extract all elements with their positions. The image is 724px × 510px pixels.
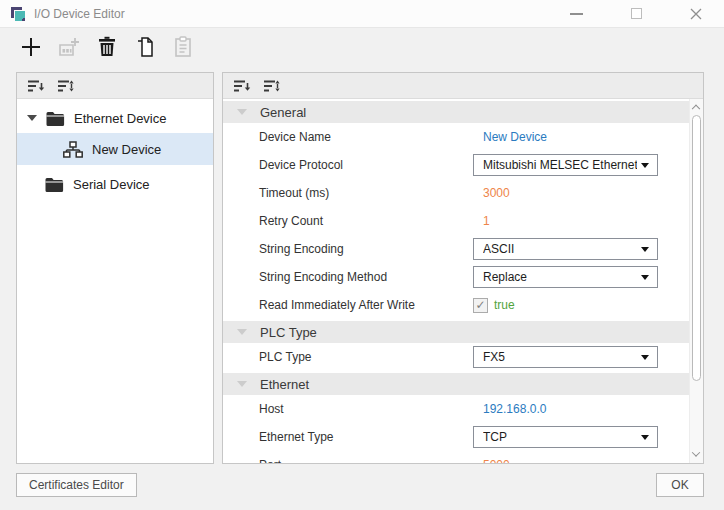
collapse-all-icon[interactable]	[233, 79, 251, 93]
device-tree-panel: Ethernet Device New Device Serial Devi	[16, 72, 214, 464]
paste-device-button	[170, 34, 196, 60]
property-label: Read Immediately After Write	[259, 298, 415, 312]
retry-count-value[interactable]: 1	[483, 214, 490, 228]
dropdown-arrow-icon	[641, 435, 649, 440]
checkbox-label: true	[494, 298, 515, 312]
dropdown-arrow-icon	[641, 247, 649, 252]
dropdown-value: FX5	[483, 350, 505, 364]
collapse-all-icon[interactable]	[27, 79, 45, 93]
tree-item-ethernet-device[interactable]: Ethernet Device	[17, 103, 213, 133]
property-row-read-immediately: Read Immediately After Write ✓ true	[223, 291, 689, 319]
property-row-ethernet-type: Ethernet Type TCP	[223, 423, 689, 451]
section-title: Ethernet	[260, 377, 309, 392]
read-immediately-checkbox-wrap: ✓ true	[473, 298, 515, 313]
property-grid: General Device Name New Device Device Pr…	[223, 99, 689, 464]
property-label: String Encoding Method	[259, 270, 387, 284]
maximize-button[interactable]	[626, 4, 646, 24]
property-row-port: Port 5000	[223, 451, 689, 464]
section-general[interactable]: General	[223, 101, 689, 123]
section-chevron-icon	[237, 381, 247, 387]
property-panel: General Device Name New Device Device Pr…	[222, 72, 704, 464]
property-label: PLC Type	[259, 350, 311, 364]
section-chevron-icon	[237, 329, 247, 335]
property-row-device-protocol: Device Protocol Mitsubishi MELSEC Ethern…	[223, 151, 689, 179]
host-value[interactable]: 192.168.0.0	[483, 402, 546, 416]
expand-all-icon[interactable]	[57, 79, 75, 93]
tree-item-label: New Device	[92, 142, 161, 157]
property-row-string-encoding-method: String Encoding Method Replace	[223, 263, 689, 291]
device-tree: Ethernet Device New Device Serial Devi	[17, 99, 213, 199]
add-group-button	[56, 34, 82, 60]
app-logo-icon	[10, 6, 26, 22]
property-label: String Encoding	[259, 242, 344, 256]
property-row-string-encoding: String Encoding ASCII	[223, 235, 689, 263]
tree-item-new-device[interactable]: New Device	[17, 133, 213, 165]
dropdown-arrow-icon	[641, 275, 649, 280]
property-label: Timeout (ms)	[259, 186, 329, 200]
dropdown-value: ASCII	[483, 242, 514, 256]
folder-icon	[45, 177, 64, 192]
toolbar	[18, 34, 196, 60]
property-panel-header	[223, 73, 703, 99]
property-label: Device Protocol	[259, 158, 343, 172]
property-row-plc-type: PLC Type FX5	[223, 343, 689, 371]
section-plc-type[interactable]: PLC Type	[223, 321, 689, 343]
add-device-button[interactable]	[18, 34, 44, 60]
property-label: Retry Count	[259, 214, 323, 228]
tree-item-serial-device[interactable]: Serial Device	[17, 169, 213, 199]
property-row-host: Host 192.168.0.0	[223, 395, 689, 423]
vertical-scrollbar[interactable]	[689, 99, 703, 463]
dropdown-arrow-icon	[641, 355, 649, 360]
string-encoding-method-dropdown[interactable]: Replace	[473, 266, 658, 288]
certificates-editor-button[interactable]: Certificates Editor	[16, 473, 137, 497]
expand-all-icon[interactable]	[263, 79, 281, 93]
property-label: Device Name	[259, 130, 331, 144]
string-encoding-dropdown[interactable]: ASCII	[473, 238, 658, 260]
dropdown-value: Replace	[483, 270, 527, 284]
dropdown-arrow-icon	[641, 163, 649, 168]
timeout-value[interactable]: 3000	[483, 186, 510, 200]
section-chevron-icon	[237, 109, 247, 115]
ok-button[interactable]: OK	[656, 473, 704, 497]
delete-device-button[interactable]	[94, 34, 120, 60]
ethernet-type-dropdown[interactable]: TCP	[473, 426, 658, 448]
folder-icon	[46, 111, 65, 126]
dropdown-value: Mitsubishi MELSEC Ethernet	[483, 158, 637, 172]
expander-icon[interactable]	[27, 115, 37, 121]
property-row-device-name: Device Name New Device	[223, 123, 689, 151]
close-button[interactable]	[686, 4, 706, 24]
section-title: PLC Type	[260, 325, 317, 340]
property-label: Port	[259, 458, 281, 464]
scrollbar-down-icon[interactable]	[693, 451, 701, 459]
tree-item-label: Serial Device	[73, 177, 150, 192]
scrollbar-thumb[interactable]	[692, 115, 701, 381]
device-name-value[interactable]: New Device	[483, 130, 547, 144]
tree-panel-header	[17, 73, 213, 99]
copy-device-button[interactable]	[132, 34, 158, 60]
section-title: General	[260, 105, 306, 120]
tree-item-label: Ethernet Device	[74, 111, 167, 126]
property-row-retry-count: Retry Count 1	[223, 207, 689, 235]
window-controls	[566, 4, 714, 24]
plc-type-dropdown[interactable]: FX5	[473, 346, 658, 368]
port-value[interactable]: 5000	[483, 458, 510, 464]
property-label: Host	[259, 402, 284, 416]
property-row-timeout: Timeout (ms) 3000	[223, 179, 689, 207]
scrollbar-up-icon[interactable]	[693, 103, 701, 111]
dropdown-value: TCP	[483, 430, 507, 444]
device-protocol-dropdown[interactable]: Mitsubishi MELSEC Ethernet	[473, 154, 658, 176]
minimize-button[interactable]	[566, 4, 586, 24]
network-device-icon	[63, 141, 83, 158]
property-label: Ethernet Type	[259, 430, 334, 444]
title-bar: I/O Device Editor	[0, 0, 724, 28]
window-title: I/O Device Editor	[34, 7, 125, 21]
section-ethernet[interactable]: Ethernet	[223, 373, 689, 395]
checkbox-checked-icon[interactable]: ✓	[473, 298, 488, 313]
